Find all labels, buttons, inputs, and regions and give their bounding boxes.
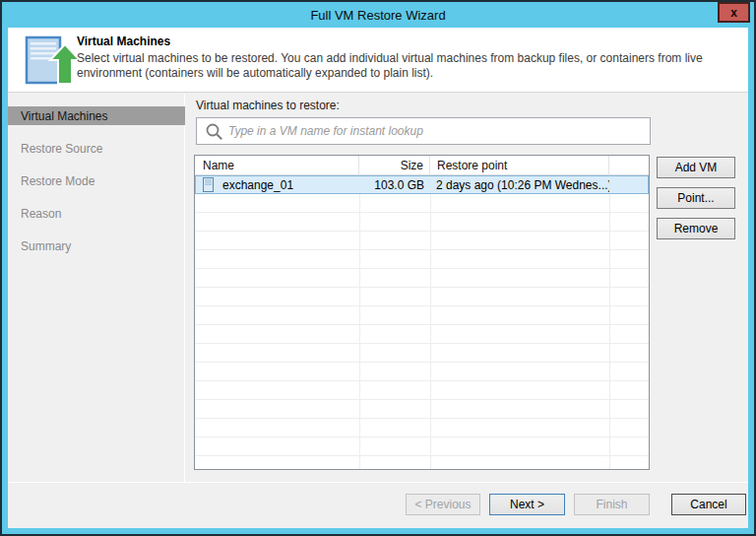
vm-list-label: Virtual machines to restore:: [196, 99, 340, 112]
column-header-name[interactable]: Name: [195, 156, 359, 175]
vm-name-cell: exchange_01: [196, 177, 359, 192]
vm-restore-point-cell: 2 days ago (10:26 PM Wednes...): [430, 178, 609, 192]
sidebar-item-label: Restore Mode: [21, 174, 94, 188]
step-title: Virtual Machines: [77, 34, 170, 48]
add-vm-button[interactable]: Add VM: [657, 157, 735, 178]
column-divider: [430, 175, 431, 469]
sidebar-item-reason[interactable]: Reason: [8, 204, 185, 223]
step-description: Select virtual machines to be restored. …: [77, 51, 734, 81]
cancel-button[interactable]: Cancel: [671, 494, 746, 515]
column-divider: [609, 175, 610, 469]
column-divider: [359, 175, 360, 469]
footer-divider: [8, 482, 748, 483]
wizard-header: Virtual Machines Select virtual machines…: [8, 28, 748, 93]
close-icon: x: [730, 6, 737, 20]
table-header: Name Size Restore point: [195, 156, 649, 175]
titlebar[interactable]: Full VM Restore Wizard: [2, 2, 754, 28]
vm-name: exchange_01: [222, 178, 293, 192]
sidebar-item-summary[interactable]: Summary: [8, 236, 185, 255]
remove-button[interactable]: Remove: [657, 218, 735, 239]
full-vm-restore-wizard-window: Full VM Restore Wizard x Virtual Machine…: [0, 0, 756, 536]
sidebar-item-label: Reason: [21, 207, 61, 221]
dialog-body: Virtual Machines Select virtual machines…: [8, 28, 748, 528]
search-input[interactable]: [228, 119, 646, 143]
sidebar-item-label: Restore Source: [21, 142, 102, 156]
wizard-steps-sidebar: Virtual Machines Restore Source Restore …: [8, 94, 185, 482]
vm-search-box: [196, 117, 651, 145]
close-button[interactable]: x: [718, 2, 750, 23]
sidebar-item-virtual-machines[interactable]: Virtual Machines: [8, 106, 185, 125]
finish-button[interactable]: Finish: [574, 494, 650, 515]
point-button[interactable]: Point...: [657, 187, 735, 209]
previous-button[interactable]: < Previous: [406, 494, 480, 515]
search-icon: [206, 123, 223, 141]
vm-size-cell: 103.0 GB: [359, 178, 430, 192]
next-button[interactable]: Next >: [489, 494, 565, 515]
vm-icon: [203, 177, 214, 192]
vm-table: Name Size Restore point: [194, 155, 650, 470]
window-title: Full VM Restore Wizard: [310, 8, 445, 23]
table-row[interactable]: exchange_01 103.0 GB 2 days ago (10:26 P…: [195, 175, 649, 194]
column-header-restore-point[interactable]: Restore point: [430, 156, 609, 175]
sidebar-item-restore-source[interactable]: Restore Source: [8, 139, 185, 158]
sidebar-item-label: Summary: [21, 239, 71, 253]
vm-restore-icon: [22, 34, 79, 91]
sidebar-item-restore-mode[interactable]: Restore Mode: [8, 171, 185, 190]
table-body[interactable]: exchange_01 103.0 GB 2 days ago (10:26 P…: [195, 175, 649, 469]
column-header-size[interactable]: Size: [359, 156, 430, 175]
sidebar-item-label: Virtual Machines: [21, 109, 108, 123]
column-header-blank: [609, 156, 649, 175]
